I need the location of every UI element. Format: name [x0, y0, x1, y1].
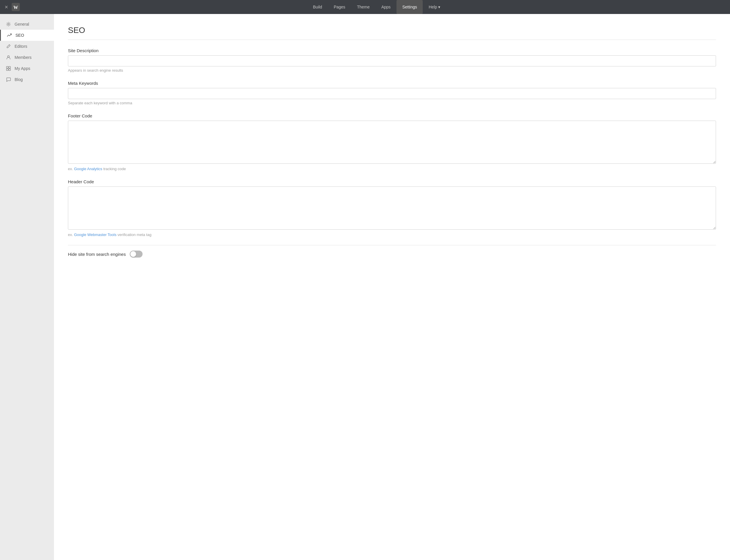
sidebar-item-blog[interactable]: Blog: [0, 74, 54, 85]
nav-apps[interactable]: Apps: [376, 0, 397, 14]
toggle-knob: [130, 251, 136, 257]
sidebar-item-seo[interactable]: SEO: [0, 30, 54, 41]
footer-code-input[interactable]: [68, 121, 716, 164]
page-title: SEO: [68, 26, 716, 35]
header-code-label: Header Code: [68, 179, 716, 184]
title-divider: [68, 40, 716, 40]
sidebar-item-members[interactable]: Members: [0, 52, 54, 63]
nav-pages[interactable]: Pages: [328, 0, 351, 14]
footer-hint-suffix: tracking code: [102, 167, 126, 171]
header-code-input[interactable]: [68, 186, 716, 230]
site-description-hint: Appears in search engine results: [68, 68, 716, 73]
meta-keywords-group: Meta Keywords Separate each keyword with…: [68, 81, 716, 105]
sidebar: General SEO Editors: [0, 14, 54, 560]
sidebar-item-editors[interactable]: Editors: [0, 41, 54, 52]
footer-hint-prefix: ex.: [68, 167, 74, 171]
svg-point-3: [8, 56, 9, 57]
site-description-group: Site Description Appears in search engin…: [68, 48, 716, 73]
svg-rect-7: [9, 69, 10, 71]
hide-from-search-toggle[interactable]: [130, 251, 142, 258]
sidebar-label-seo: SEO: [15, 33, 24, 38]
sidebar-label-my-apps: My Apps: [15, 66, 30, 71]
svg-rect-6: [6, 69, 8, 71]
comment-icon: [6, 77, 11, 82]
meta-keywords-label: Meta Keywords: [68, 81, 716, 86]
sidebar-label-general: General: [15, 22, 29, 27]
sidebar-label-blog: Blog: [15, 77, 23, 82]
svg-point-2: [8, 24, 9, 25]
svg-text:W: W: [13, 5, 18, 10]
gear-icon: [6, 22, 11, 27]
topnav: × W Build Pages Theme Apps Settings Help…: [0, 0, 730, 14]
svg-rect-4: [6, 66, 8, 68]
nav-settings[interactable]: Settings: [397, 0, 423, 14]
meta-keywords-input[interactable]: [68, 88, 716, 99]
header-hint-prefix: ex.: [68, 233, 74, 237]
pencil-icon: [6, 44, 11, 49]
footer-code-hint: ex. Google Analytics tracking code: [68, 167, 716, 171]
svg-rect-5: [9, 66, 10, 68]
main-content: SEO Site Description Appears in search e…: [54, 14, 730, 560]
sidebar-item-general[interactable]: General: [0, 19, 54, 30]
google-webmaster-link[interactable]: Google Webmaster Tools: [74, 233, 116, 237]
hide-from-search-label: Hide site from search engines: [68, 252, 126, 257]
site-description-input[interactable]: [68, 55, 716, 66]
topnav-links: Build Pages Theme Apps Settings Help ▾: [28, 0, 725, 14]
sidebar-label-editors: Editors: [15, 44, 27, 49]
hide-from-search-row: Hide site from search engines: [68, 245, 716, 263]
logo: W: [12, 3, 20, 11]
nav-theme[interactable]: Theme: [351, 0, 376, 14]
person-icon: [6, 55, 11, 60]
layout: General SEO Editors: [0, 14, 730, 560]
nav-build[interactable]: Build: [307, 0, 328, 14]
trend-icon: [7, 33, 12, 38]
footer-code-group: Footer Code ex. Google Analytics trackin…: [68, 113, 716, 171]
meta-keywords-hint: Separate each keyword with a comma: [68, 101, 716, 105]
header-hint-suffix: verification meta tag: [116, 233, 151, 237]
close-button[interactable]: ×: [5, 4, 8, 10]
site-description-label: Site Description: [68, 48, 716, 53]
nav-help[interactable]: Help ▾: [423, 0, 446, 14]
sidebar-item-my-apps[interactable]: My Apps: [0, 63, 54, 74]
header-code-hint: ex. Google Webmaster Tools verification …: [68, 233, 716, 237]
sidebar-label-members: Members: [15, 55, 31, 60]
footer-code-label: Footer Code: [68, 113, 716, 118]
grid-icon: [6, 66, 11, 71]
google-analytics-link[interactable]: Google Analytics: [74, 167, 102, 171]
header-code-group: Header Code ex. Google Webmaster Tools v…: [68, 179, 716, 237]
